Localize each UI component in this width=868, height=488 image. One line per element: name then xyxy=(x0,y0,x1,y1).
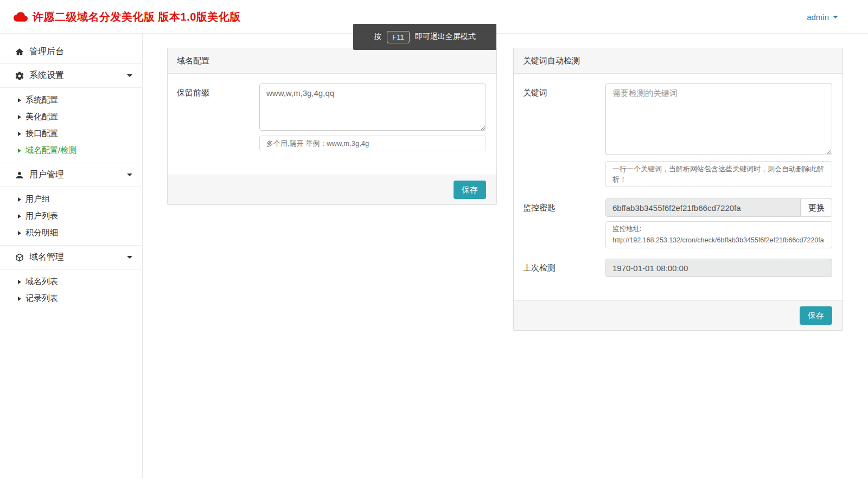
keyword-help-text: 一行一个关键词，当解析网站包含这些关键词时，则会自动删除此解析！ xyxy=(605,161,832,187)
last-check-label: 上次检测 xyxy=(523,259,605,277)
brand[interactable]: 许愿二级域名分发美化版 版本1.0版美化版 xyxy=(14,0,241,34)
panel-title: 关键词自动检测 xyxy=(514,48,843,74)
sidebar-group-label: 域名管理 xyxy=(29,252,127,263)
user-name: admin xyxy=(807,12,829,22)
save-button[interactable]: 保存 xyxy=(454,181,486,199)
sidebar-item-domain-list[interactable]: 域名列表 xyxy=(0,273,142,290)
monitor-url-title: 监控地址: xyxy=(612,223,825,235)
keyword-check-panel: 关键词自动检测 关键词 一行一个关键词，当解析网站包含这些关键词时，则会自动删除… xyxy=(513,48,843,331)
sidebar-group-label: 用户管理 xyxy=(29,169,127,181)
monitor-url-value: http://192.168.253.132/cron/check/6bffab… xyxy=(612,235,825,246)
monitor-url-help: 监控地址: http://192.168.253.132/cron/check/… xyxy=(605,221,832,248)
sidebar-item-label: 用户组 xyxy=(25,194,50,204)
fullscreen-exit-tooltip: 按 F11 即可退出全屏模式 xyxy=(353,24,496,50)
user-menu[interactable]: admin xyxy=(807,0,838,34)
sidebar-item-domain-config-check[interactable]: 域名配置/检测 xyxy=(0,142,142,159)
sidebar-item-system-config[interactable]: 系统配置 xyxy=(0,92,142,108)
sidebar-group-domain-management[interactable]: 域名管理 xyxy=(0,246,142,269)
sidebar-sublist-system: 系统配置 美化配置 接口配置 域名配置/检测 xyxy=(0,88,142,163)
keyword-label: 关键词 xyxy=(523,84,605,187)
triangle-right-icon xyxy=(18,115,21,119)
triangle-right-icon xyxy=(18,197,21,202)
tip-suffix: 即可退出全屏模式 xyxy=(415,32,476,42)
app-title: 许愿二级域名分发美化版 版本1.0版美化版 xyxy=(33,10,241,24)
triangle-right-icon xyxy=(18,231,21,235)
triangle-right-icon xyxy=(18,214,21,219)
sidebar-item-label: 域名配置/检测 xyxy=(25,145,76,156)
sidebar-item-label: 用户列表 xyxy=(25,211,58,221)
chevron-down-icon xyxy=(833,16,838,18)
sidebar-sublist-domains: 域名列表 记录列表 xyxy=(0,269,142,311)
domain-config-panel: 域名配置 保留前缀 www,w,m,3g,4g,qq 多个用,隔开 举例：www… xyxy=(167,48,497,205)
triangle-right-icon xyxy=(18,280,21,284)
sidebar-item-user-list[interactable]: 用户列表 xyxy=(0,208,142,224)
triangle-right-icon xyxy=(18,297,21,301)
change-secret-button[interactable]: 更换 xyxy=(801,198,832,217)
monitor-secret-input[interactable] xyxy=(605,198,801,217)
sidebar-item-user-groups[interactable]: 用户组 xyxy=(0,191,142,208)
sidebar-item-label: 管理后台 xyxy=(29,46,132,57)
cube-icon xyxy=(15,253,24,262)
sidebar-group-user-management[interactable]: 用户管理 xyxy=(0,163,142,187)
user-icon xyxy=(15,170,24,180)
chevron-down-icon xyxy=(127,174,132,176)
prefix-textarea[interactable]: www,w,m,3g,4g,qq xyxy=(259,84,486,131)
sidebar: 管理后台 系统设置 系统配置 美化配置 接口配置 域名配置/检测 用户管理 xyxy=(0,34,143,478)
sidebar-item-points-detail[interactable]: 积分明细 xyxy=(0,224,142,241)
chevron-down-icon xyxy=(127,74,132,77)
gear-icon xyxy=(15,71,24,81)
sidebar-item-api-config[interactable]: 接口配置 xyxy=(0,125,142,142)
sidebar-item-record-list[interactable]: 记录列表 xyxy=(0,290,142,307)
save-button[interactable]: 保存 xyxy=(800,306,832,325)
keyword-textarea[interactable] xyxy=(605,84,832,155)
sidebar-item-label: 系统配置 xyxy=(25,95,58,105)
sidebar-item-label: 记录列表 xyxy=(25,293,58,304)
sidebar-item-label: 美化配置 xyxy=(25,112,58,122)
triangle-right-icon xyxy=(18,132,21,136)
prefix-label: 保留前缀 xyxy=(177,84,259,151)
sidebar-item-admin-home[interactable]: 管理后台 xyxy=(0,40,142,64)
chevron-down-icon xyxy=(127,256,132,259)
triangle-right-icon xyxy=(18,98,21,102)
sidebar-sublist-users: 用户组 用户列表 积分明细 xyxy=(0,187,142,246)
prefix-help-text: 多个用,隔开 举例：www,m,3g,4g xyxy=(259,136,486,151)
sidebar-item-label: 域名列表 xyxy=(25,277,58,287)
tip-prefix: 按 xyxy=(374,32,381,42)
f11-key-badge: F11 xyxy=(387,31,409,43)
sidebar-group-system-settings[interactable]: 系统设置 xyxy=(0,64,142,88)
monitor-secret-label: 监控密匙 xyxy=(523,198,605,248)
home-icon xyxy=(15,47,24,57)
cloud-logo-icon xyxy=(14,11,28,22)
sidebar-item-label: 积分明细 xyxy=(25,228,58,238)
sidebar-group-label: 系统设置 xyxy=(29,70,127,81)
sidebar-item-beautify-config[interactable]: 美化配置 xyxy=(0,108,142,125)
triangle-right-icon xyxy=(18,149,21,153)
sidebar-item-label: 接口配置 xyxy=(25,129,58,139)
last-check-input[interactable] xyxy=(605,259,832,277)
panel-title: 域名配置 xyxy=(168,48,496,74)
